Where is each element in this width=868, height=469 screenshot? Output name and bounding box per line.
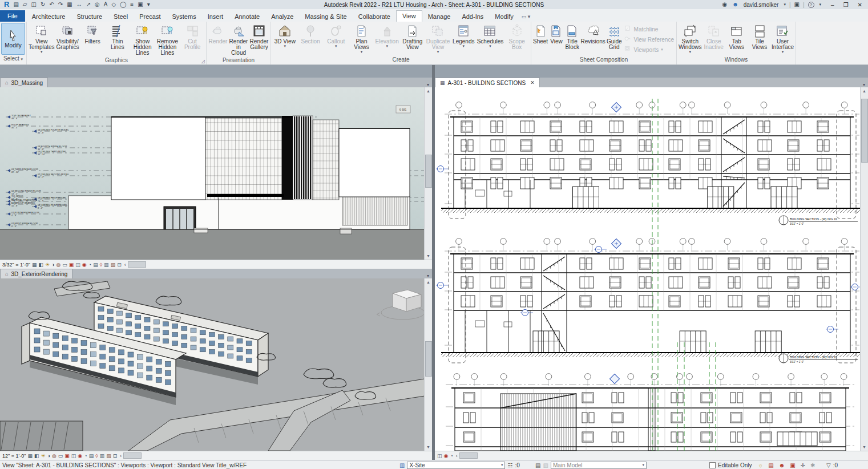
selection-box-icon[interactable]: ⊡ xyxy=(117,261,122,268)
sheet-canvas[interactable]: BUILDING SECTION - (W) N/G.323/32" = 1'-… xyxy=(435,87,868,451)
temporary-hide-isolate-icon[interactable]: ◫ xyxy=(75,261,80,268)
panel-launcher-icon[interactable]: ◿ xyxy=(201,59,205,64)
horizontal-scrollbar-thumb[interactable] xyxy=(128,261,146,268)
worksharing-display-icon[interactable]: ◔ xyxy=(88,261,91,268)
print-icon[interactable]: ▦ xyxy=(67,1,72,9)
legends-button[interactable]: Legends▾ xyxy=(451,23,477,48)
aligned-dimension-icon[interactable]: ↗ xyxy=(86,1,91,9)
ribbon-tab-precast[interactable]: Precast xyxy=(134,11,166,22)
reveal-hidden-elements-icon[interactable]: ◉ xyxy=(444,452,449,459)
rendering-dialog-icon[interactable]: ◍ xyxy=(52,452,56,459)
ribbon-tab-architecture[interactable]: Architecture xyxy=(26,11,71,22)
revit-logo-icon[interactable]: R xyxy=(4,1,9,9)
tab-list-chevron-icon[interactable]: ▾ xyxy=(860,82,868,87)
crop-region-visibility-icon[interactable]: ▣ xyxy=(64,452,70,459)
massing-canvas[interactable]: TOP OF PARAPET48' - 8"ROOF BEARING46' - … xyxy=(0,87,432,260)
ribbon-tab-add-ins[interactable]: Add-Ins xyxy=(456,11,489,22)
ribbon-tab-modify[interactable]: Modify xyxy=(489,11,519,22)
rendering-vertical-scrollbar[interactable]: ▲▼ xyxy=(424,278,432,451)
ribbon-tab-view[interactable]: View xyxy=(396,10,422,22)
tab-list-chevron-icon[interactable]: ▾ xyxy=(424,82,432,87)
revisions-button[interactable]: Revisions xyxy=(580,23,606,45)
settings-gear-icon[interactable]: ✱ xyxy=(810,462,815,468)
shadows-icon[interactable]: ◑ xyxy=(47,452,50,459)
visual-style-icon[interactable]: ◧ xyxy=(34,452,39,459)
switch-windows-icon[interactable]: ▣ xyxy=(138,1,143,9)
restore-button[interactable]: ❐ xyxy=(839,2,853,8)
signed-in-user[interactable]: david.smolker xyxy=(744,2,779,8)
family-status-icon[interactable]: ☻ xyxy=(779,462,785,468)
reveal-hidden-elements-icon[interactable]: ◉ xyxy=(78,452,82,459)
groups-status-icon[interactable]: ▣ xyxy=(790,462,795,468)
horizontal-scrollbar-thumb[interactable] xyxy=(123,452,142,459)
hide-analytical-model-icon[interactable]: ◊ xyxy=(100,261,102,268)
ribbon-tab-file[interactable]: File xyxy=(0,10,25,22)
save-icon[interactable]: ◫ xyxy=(31,1,37,9)
active-design-option-select[interactable]: Main Model▾ xyxy=(551,462,647,469)
selection-filter-icon[interactable]: ▽ xyxy=(826,462,831,468)
temporary-hide-isolate-icon[interactable]: ◫ xyxy=(71,452,76,459)
ribbon-tab-collaborate[interactable]: Collaborate xyxy=(353,11,396,22)
reveal-constraints-icon[interactable]: ▧ xyxy=(106,452,111,459)
view-scale[interactable]: 12" = 1'-0" xyxy=(2,453,26,459)
scroll-left-icon[interactable]: ‹ xyxy=(124,262,126,268)
crop-region-visibility-icon[interactable]: ▣ xyxy=(69,261,74,268)
ribbon-tab-steel[interactable]: Steel xyxy=(108,11,134,22)
select-panel-label[interactable]: Select ▾ xyxy=(0,55,26,63)
redo-icon[interactable]: ↷ xyxy=(58,1,63,9)
visibility-graphics-button[interactable]: Visibility/ Graphics xyxy=(55,23,80,51)
help-chevron-icon[interactable]: ▾ xyxy=(819,1,822,9)
highlight-displacement-sets-icon[interactable]: ▥ xyxy=(104,261,109,268)
ribbon-tab-massing-site[interactable]: Massing & Site xyxy=(299,11,352,22)
ribbon-tab-manage[interactable]: Manage xyxy=(422,11,457,22)
customize-qat-icon[interactable]: ▾ xyxy=(147,1,150,9)
editing-requests-icon[interactable]: ☷ xyxy=(507,462,512,468)
section-icon[interactable]: ◯ xyxy=(120,1,126,9)
remove-hidden-button[interactable]: Remove Hidden Lines xyxy=(155,23,180,56)
reveal-hidden-elements-icon[interactable]: ◉ xyxy=(82,261,87,268)
pane-splitter[interactable] xyxy=(432,64,435,460)
horizontal-scrollbar-thumb[interactable] xyxy=(459,452,478,459)
thin-lines-icon[interactable]: ≡ xyxy=(130,1,134,9)
plan-views-button[interactable]: Plan Views▾ xyxy=(349,23,374,54)
view-3d-button[interactable]: 3D View▾ xyxy=(272,23,298,48)
text-icon[interactable]: A xyxy=(104,1,108,9)
sheet-vertical-scrollbar[interactable]: ▲▼ xyxy=(860,87,868,451)
ribbon-tab-structure[interactable]: Structure xyxy=(71,11,108,22)
tab-list-chevron-icon[interactable]: ▾ xyxy=(424,273,432,278)
crop-view-icon[interactable]: ▭ xyxy=(58,452,63,459)
help-icon[interactable]: ? xyxy=(808,2,814,8)
temporary-view-properties-icon[interactable]: ▤ xyxy=(93,261,98,268)
massing-vertical-scrollbar[interactable]: ▲▼ xyxy=(424,87,432,260)
default-3d-view-icon[interactable]: ◇ xyxy=(111,1,116,9)
file-menu-icon[interactable]: ▤ xyxy=(13,1,18,9)
title-block-button[interactable]: Title Block xyxy=(564,23,580,51)
switch-windows-button[interactable]: Switch Windows▾ xyxy=(678,23,703,54)
thin-lines-button[interactable]: Thin Lines xyxy=(105,23,130,51)
tab-views-button[interactable]: Tab Views xyxy=(725,23,748,51)
user-interface-button[interactable]: User Interface▾ xyxy=(771,23,794,54)
rendering-view-tab[interactable]: ⌂ 3D_ExteriorRendering xyxy=(0,269,72,278)
temporary-view-properties-icon[interactable]: ▤ xyxy=(89,452,94,459)
move-with-nearby-icon[interactable]: ✛ xyxy=(801,462,805,468)
close-view-icon[interactable]: ✕ xyxy=(530,80,535,86)
tag-by-category-icon[interactable]: ◎ xyxy=(95,1,100,9)
massing-view-tab[interactable]: ⌂ 3D_Massing xyxy=(0,78,48,87)
search-icon[interactable]: ◉ xyxy=(722,1,727,9)
cart-icon[interactable]: ▣ xyxy=(794,1,800,9)
temporary-hide-isolate-icon[interactable]: ◫ xyxy=(437,452,442,459)
modify-button[interactable]: Modify xyxy=(1,23,25,55)
schedules-button[interactable]: Schedules▾ xyxy=(477,23,504,48)
view-button[interactable]: View xyxy=(548,23,564,45)
sun-path-icon[interactable]: ☀ xyxy=(41,452,45,459)
hide-analytical-model-icon[interactable]: ◊ xyxy=(95,452,98,459)
detail-level-icon[interactable]: ▦ xyxy=(32,261,37,268)
scroll-left-icon[interactable]: ‹ xyxy=(120,453,122,459)
guide-grid-button[interactable]: Guide Grid xyxy=(606,23,623,51)
view-scale[interactable]: 3/32" = 1'-0" xyxy=(2,262,30,268)
reveal-constraints-icon[interactable]: ▧ xyxy=(111,261,116,268)
sheet-view-tab[interactable]: ▦ A-301 - BUILDING SECTIONS ✕ xyxy=(435,78,540,87)
view-templates-button[interactable]: View Templates▾ xyxy=(28,23,55,54)
worksharing-display-toggle-icon[interactable]: ☼ xyxy=(758,462,763,468)
drafting-view-button[interactable]: Drafting View xyxy=(400,23,426,51)
